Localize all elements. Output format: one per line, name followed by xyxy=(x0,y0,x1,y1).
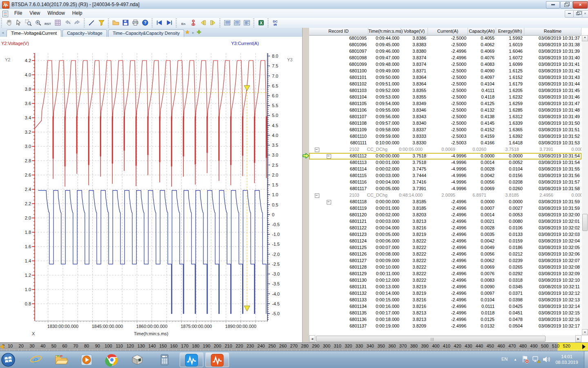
ruler-label[interactable]: 100 xyxy=(105,343,112,348)
select-arrow-icon[interactable] xyxy=(13,18,23,27)
ruler-label[interactable]: 270 xyxy=(290,343,298,348)
horizontal-scrollbar[interactable]: ◀▶ xyxy=(309,335,581,342)
record-row[interactable]: 68011080:09:57.0003.8340-2.50000.41451.6… xyxy=(309,120,581,127)
table-body[interactable]: 68010950:09:44.0003.8386-2.50000.40551.5… xyxy=(309,35,581,330)
record-row[interactable]: 68011130:00:01.0003.7518-4.99960.00140.0… xyxy=(309,159,581,166)
dc-ir-icon[interactable]: DCIR xyxy=(270,18,280,27)
taskbar-calculator-icon[interactable]: 0 xyxy=(157,353,172,367)
menu-item-view[interactable]: View xyxy=(26,9,44,18)
nav-next-icon[interactable] xyxy=(164,18,174,27)
zoom-region-icon[interactable] xyxy=(23,18,33,27)
ruler-label[interactable]: 520 xyxy=(563,343,570,348)
record-row[interactable]: 68011000:09:49.0003.8371-2.50000.40901.6… xyxy=(309,68,581,74)
save-file-icon[interactable] xyxy=(120,18,130,27)
column-header-time-h-min-s-ms-[interactable]: Time(h:min:s.ms) xyxy=(368,28,401,35)
ruler-label[interactable]: 300 xyxy=(323,343,330,348)
record-row[interactable]: 68011040:09:53.0003.8355-2.50000.41181.6… xyxy=(309,94,581,101)
ruler-label[interactable]: 200 xyxy=(214,343,221,348)
ruler-label[interactable]: 340 xyxy=(367,343,374,348)
list-detail-icon[interactable] xyxy=(242,18,252,27)
vertical-scroll-thumb[interactable] xyxy=(582,214,588,231)
filter-funnel-icon[interactable] xyxy=(96,18,106,27)
restore-button[interactable] xyxy=(560,1,572,9)
close-button[interactable]: × xyxy=(573,1,588,9)
taskbar-clock[interactable]: 14:0108.03.2019 xyxy=(550,354,583,365)
ruler-label[interactable]: 60 xyxy=(62,343,67,348)
list-plain-icon[interactable] xyxy=(222,18,232,27)
ruler-label[interactable]: 50 xyxy=(51,343,56,348)
ruler-label[interactable]: 430 xyxy=(465,343,472,348)
minimize-button[interactable] xyxy=(546,1,560,9)
ruler-label[interactable]: 90 xyxy=(95,343,100,348)
ruler-label[interactable]: 150 xyxy=(159,343,167,348)
record-row[interactable]: 68010970:09:46.0003.8380-2.49960.40691.6… xyxy=(309,48,581,55)
ruler-label[interactable]: 230 xyxy=(247,343,254,348)
line-tool-icon[interactable] xyxy=(87,18,96,27)
tab-scroll-right-icon[interactable]: ▸ xyxy=(191,28,196,37)
ruler-label[interactable]: 210 xyxy=(225,343,232,348)
taskbar-file-explorer-icon[interactable] xyxy=(54,353,69,367)
ruler-label[interactable]: 190 xyxy=(203,343,210,348)
column-header-realtime[interactable]: Realtime xyxy=(524,28,581,35)
ruler-label[interactable]: 140 xyxy=(148,343,156,348)
reset-rst-icon[interactable]: RST xyxy=(43,18,53,27)
ruler-label[interactable]: 380 xyxy=(410,343,417,348)
ruler-label[interactable]: 480 xyxy=(519,343,527,348)
record-row[interactable]: 68011270:00:09.0003.8222-2.49960.00620.0… xyxy=(309,258,581,264)
record-row[interactable]: 68011220:00:04.0003.8216-2.49960.00280.0… xyxy=(309,225,581,231)
ruler-label[interactable]: 180 xyxy=(192,343,199,348)
record-row[interactable]: 68011370:00:19.0003.8209-2.49960.01320.0… xyxy=(309,323,581,330)
record-row[interactable]: 68011030:09:52.0003.8355-2.50000.41111.6… xyxy=(309,88,581,94)
vertical-scrollbar[interactable]: ▲▼ xyxy=(582,35,588,335)
ruler-label[interactable]: 30 xyxy=(29,343,34,348)
record-row[interactable]: 68011250:00:07.0003.8222-2.49960.00490.0… xyxy=(309,245,581,251)
scroll-up-icon[interactable]: ▲ xyxy=(582,35,588,41)
record-row[interactable]: 68011070:09:56.0003.8343-2.50000.41381.6… xyxy=(309,114,581,120)
ruler-label[interactable]: 320 xyxy=(345,343,352,348)
menu-item-help[interactable]: Help xyxy=(69,9,86,18)
tab-time-voltage-current[interactable]: Time--Voltage&Current xyxy=(7,29,61,37)
menu-item-file[interactable]: File xyxy=(11,9,26,18)
mdi-restore-button[interactable] xyxy=(573,10,582,18)
mdi-close-button[interactable]: × xyxy=(582,10,588,18)
record-row[interactable]: 68011120:00:00.0003.7518-4.99960.00000.0… xyxy=(309,153,581,159)
help-about-icon[interactable]: ? xyxy=(140,18,150,27)
list-tree-icon[interactable] xyxy=(232,18,242,27)
ruler-scroll-left-icon[interactable] xyxy=(0,344,4,349)
ruler-label[interactable]: 130 xyxy=(137,343,145,348)
record-row[interactable]: 68011200:00:02.0003.8203-2.49960.00140.0… xyxy=(309,212,581,218)
mdi-minimize-button[interactable] xyxy=(565,10,574,18)
zoom-in-icon[interactable] xyxy=(33,18,43,27)
record-row[interactable]: 68011180:00:00.0003.8185-2.49960.00000.0… xyxy=(309,199,581,205)
ruler-label[interactable]: 510 xyxy=(552,343,559,348)
ruler-label[interactable]: 70 xyxy=(73,343,78,348)
ruler-label[interactable]: 330 xyxy=(356,343,363,348)
ruler-label[interactable]: 240 xyxy=(257,343,265,348)
ruler-label[interactable]: 120 xyxy=(127,343,134,348)
record-row[interactable]: 68011020:09:51.0003.8364-2.50000.41041.6… xyxy=(309,81,581,88)
record-row[interactable]: 68011320:00:14.0003.8219-2.49960.00970.0… xyxy=(309,290,581,297)
ruler-label[interactable]: 170 xyxy=(181,343,188,348)
horizontal-scroll-thumb[interactable] xyxy=(316,336,546,342)
record-row[interactable]: 68011230:00:05.0003.8219-2.49960.00350.0… xyxy=(309,231,581,238)
volume-icon[interactable] xyxy=(542,355,550,364)
record-row[interactable]: 68011240:00:06.0003.8222-2.49960.00420.0… xyxy=(309,238,581,245)
collapse-group-icon[interactable] xyxy=(315,193,319,198)
record-row[interactable]: 68010950:09:44.0003.8386-2.50000.40551.5… xyxy=(309,35,581,42)
time-voltage-current-chart[interactable]: 4.24.03.83.63.43.23.02.82.62.42.22.01.81… xyxy=(0,37,302,342)
ruler-label[interactable]: 10 xyxy=(8,343,13,348)
column-header-voltage-v-[interactable]: Voltage(V) xyxy=(401,28,428,35)
taskbar-button-wave-blue[interactable] xyxy=(180,352,203,367)
ruler-label[interactable]: 310 xyxy=(334,343,341,348)
open-file-icon[interactable] xyxy=(111,18,120,27)
record-row[interactable]: 68010980:09:47.0003.8374-2.49960.40761.6… xyxy=(309,55,581,61)
record-row[interactable]: 68011350:00:17.0003.8213-2.49960.01180.0… xyxy=(309,310,581,316)
ruler-label[interactable]: 20 xyxy=(19,343,24,348)
taskbar-bts-client-icon[interactable] xyxy=(130,353,145,367)
ruler-label[interactable]: 160 xyxy=(170,343,178,348)
network-warning-icon[interactable]: ! xyxy=(532,355,540,364)
record-row[interactable]: 68011010:09:50.0003.8364-2.50000.40971.6… xyxy=(309,74,581,81)
record-row[interactable]: 68011090:09:58.0003.8337-2.50000.41521.6… xyxy=(309,127,581,133)
column-header-energy-wh-[interactable]: Energy(Wh) xyxy=(496,28,524,35)
cycle-ruler[interactable]: 2102030405060708090100110120130140150160… xyxy=(0,342,588,351)
